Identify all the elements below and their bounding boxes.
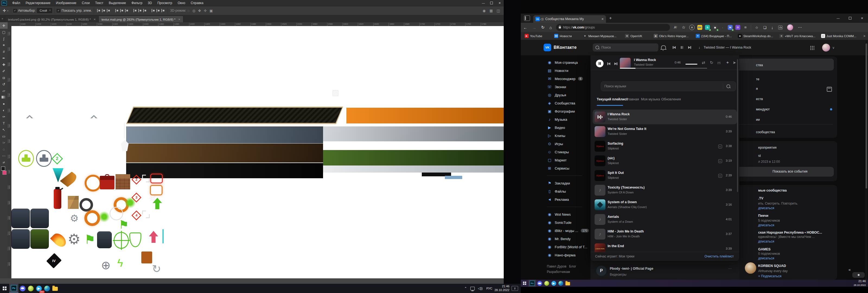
bookmark-item[interactable]: VМихаил Мурашов... (583, 34, 621, 38)
m-extension-icon[interactable]: M0 (728, 25, 733, 30)
taskbar-browser[interactable] (43, 284, 51, 293)
now-playing-artist[interactable]: Twisted Sister (634, 63, 653, 66)
track-artist[interactable]: Slipknot (608, 176, 619, 179)
popup-next-icon[interactable] (614, 62, 617, 65)
profile-avatar[interactable] (787, 24, 793, 30)
popup-pause-button[interactable] (596, 60, 603, 67)
track-title[interactable]: Toxicity (Токсичность) (608, 185, 645, 189)
marquee-tool[interactable]: ▢ (0, 29, 8, 35)
sidebar-item-Игры[interactable]: ⊙Игры (547, 140, 563, 148)
align-icon[interactable] (152, 9, 155, 12)
align-icon[interactable] (156, 9, 160, 12)
crop-tool[interactable]: # (0, 48, 8, 55)
rectangle-tool[interactable]: ▭ (0, 133, 8, 140)
bookmarks-overflow-icon[interactable]: > (863, 34, 865, 38)
restore-button[interactable] (844, 16, 856, 21)
read-aloud-icon[interactable]: A⁾ (674, 26, 677, 29)
menu-3D[interactable]: 3D (145, 0, 155, 6)
volume-slider[interactable] (685, 64, 698, 65)
taskbar-lime-app[interactable] (543, 280, 550, 287)
sidebar-item-Сервисы[interactable]: ⊞Сервисы (547, 164, 569, 172)
path-select-tool[interactable]: ↖ (0, 126, 8, 133)
menu-Текст[interactable]: Текст (93, 0, 106, 6)
move-tool[interactable]: ✛ (0, 22, 8, 29)
header-now-playing[interactable]: Twisted Sister — I Wanna Rock (704, 46, 751, 49)
track-row[interactable]: SlipknotSpit It OutSlipknotE2:39 (593, 168, 737, 183)
reload-icon[interactable]: ↻ (541, 25, 545, 30)
type-tool[interactable]: T (0, 120, 8, 126)
favorite-star-icon[interactable]: ☆ (682, 25, 685, 30)
sidebar-item-Реклама[interactable]: ◄Реклама (547, 195, 569, 203)
header-download-icon[interactable]: ↓ (699, 46, 700, 49)
tab-close-icon[interactable]: ✕ (94, 18, 96, 21)
history-brush-tool[interactable]: ↺ (0, 81, 8, 87)
menu-item-fragment[interactable]: ии (756, 118, 760, 121)
taskbar-telegram[interactable]: 162 (35, 284, 43, 293)
track-title[interactable]: I Wanna Rock (608, 112, 630, 116)
popup-prev-icon[interactable] (607, 62, 610, 65)
minimize-button[interactable]: — (479, 0, 488, 6)
magic-icon[interactable]: ✦ (726, 60, 730, 65)
document-tab[interactable]: textur.mali.png @ 283% (Прямоугольник 1,… (99, 16, 183, 23)
track-artist[interactable]: System of a Down (608, 220, 633, 223)
notification-center[interactable]: 2 (512, 286, 518, 291)
track-title[interactable]: Aerials (608, 215, 619, 219)
align-icon[interactable] (125, 9, 128, 12)
share-icon[interactable]: ➤ (733, 60, 736, 65)
3d-slide-icon[interactable]: ✢ (204, 9, 207, 13)
3d-scale-icon[interactable]: ▣ (209, 9, 213, 13)
lock-icon[interactable] (559, 27, 561, 28)
group-title-fragment[interactable]: ская Народная Республика • НОВОС... (758, 231, 822, 234)
swap-colors-icon[interactable]: ⇄ (0, 159, 8, 166)
menu-Фильтр[interactable]: Фильтр (129, 0, 145, 6)
sidebar-item-Wot News[interactable]: ◉Wot News (547, 210, 571, 218)
down-arrow-extension-icon[interactable]: ↓ (720, 25, 725, 30)
track-title[interactable]: Spit It Out (608, 171, 624, 175)
menu-Изображение[interactable]: Изображение (53, 0, 79, 6)
align-icon[interactable] (107, 9, 110, 12)
track-row[interactable]: System of a DownAerials (Shadow Cliq Cov… (593, 198, 737, 212)
subscribe-link[interactable]: дписаться (758, 223, 774, 227)
menu-Окно[interactable]: Окно (175, 0, 188, 6)
track-artist[interactable]: Aerials (Shadow Cliq Cover) (608, 205, 647, 209)
track-row[interactable]: SlipknotSurfacingSlipknotE3:38 (593, 139, 737, 153)
sidebar-item-ForBlitz [World of T...[interactable]: ◉ForBlitz [World of T... (547, 243, 587, 251)
footer-link-pavel[interactable]: Павел Дуров (547, 265, 566, 268)
tab-overflow-chevron[interactable]: » (0, 17, 5, 23)
track-title[interactable]: HIM - Join Me In Death (608, 230, 644, 233)
zoom-tool[interactable]: ◌ (0, 146, 8, 152)
align-icon[interactable] (143, 9, 147, 12)
new-tab-button[interactable]: + (609, 16, 612, 21)
clock[interactable]: 21:4628.10.2022 (495, 285, 509, 292)
sidebar-item-Закладки[interactable]: ⚑Закладки (547, 179, 570, 187)
sidebar-item-Мессенджер[interactable]: ✉Мессенджер6 (547, 75, 583, 83)
align-icon[interactable] (102, 9, 105, 12)
menu-item-fragment[interactable]: мендуют (756, 108, 770, 111)
playlist-scrollbar[interactable] (737, 59, 738, 192)
language-indicator[interactable]: РУС (486, 287, 492, 290)
document-tab[interactable]: texture0.packed.png @ 90,2% (Прямоугольн… (5, 16, 99, 23)
autoselect-checkbox[interactable]: ✓ (13, 9, 17, 12)
pen-tool[interactable]: ✑ (0, 113, 8, 120)
sidebar-item-Звонки[interactable]: ☏Звонки (547, 83, 566, 91)
player-tab-Моя музыка[interactable]: Моя музыка (641, 97, 660, 101)
subscribe-link[interactable]: дписаться (758, 256, 774, 260)
music-search-icon[interactable] (726, 84, 730, 88)
address-bar[interactable]: https://vk.com/groups (556, 24, 670, 31)
sidebar-item-Файлы[interactable]: ▯Файлы (547, 187, 566, 195)
sidebar-item-Нано-ферма[interactable]: ◉Нано-ферма (547, 251, 576, 259)
vk-logo-text[interactable]: ВКонтакте (554, 45, 577, 50)
blur-tool[interactable]: ● (0, 100, 8, 107)
player-tab-Текущий плейлист[interactable]: Текущий плейлист (597, 97, 628, 101)
sidebar-item-Друзья[interactable]: ◎Друзья (547, 91, 566, 99)
footer-link-blog[interactable]: Блог (569, 265, 576, 268)
taskbar-browser[interactable] (557, 280, 564, 287)
pbody-title[interactable]: Pbody -iwnl- | Official Page (610, 267, 653, 270)
rail-widget[interactable] (852, 272, 865, 278)
vertical-tabs-icon[interactable] (524, 16, 530, 21)
workspace-switch-icon[interactable]: ◫ (497, 9, 500, 13)
settings-more-icon[interactable]: ⋯ (798, 25, 802, 30)
sidebar-item-Mr. Bendy[interactable]: ◉Mr. Bendy (547, 235, 571, 243)
player-tab-Обновления[interactable]: Обновления (661, 97, 681, 101)
sidebar-item-Маркет[interactable]: ▢Маркет (547, 156, 567, 164)
